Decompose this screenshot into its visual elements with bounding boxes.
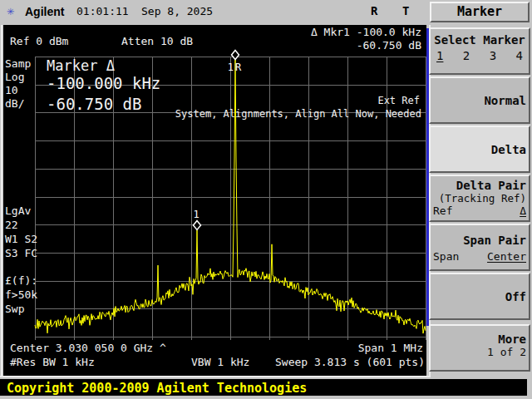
- scale-value-annotation: 10: [5, 84, 18, 96]
- marker-number-2[interactable]: 2: [463, 49, 470, 62]
- rbw-label: #Res BW 1 kHz: [10, 356, 95, 368]
- span-label: Span 1 MHz: [358, 342, 423, 354]
- trace-state-annotation-2: S3 FC: [5, 247, 37, 259]
- marker-readout-ampl: -60.750 dB: [47, 95, 141, 113]
- alignment-status-message: System, Alignments, Align All Now, Neede…: [175, 108, 421, 120]
- softkey-delta-label: Delta: [433, 143, 526, 156]
- span-pair-span-option: Span: [433, 249, 459, 264]
- date-readout: Sep 8, 2025: [141, 5, 213, 17]
- marker-number-row: 1 2 3 4: [433, 49, 526, 62]
- svg-text:1: 1: [193, 209, 200, 220]
- brand-label: Agilent: [25, 5, 64, 18]
- marker-number-4[interactable]: 4: [516, 49, 523, 62]
- softkey-more[interactable]: More 1 of 2: [429, 324, 530, 372]
- marker-readout-title: Marker Δ: [47, 57, 115, 74]
- delta-marker-ampl: -60.750 dB: [357, 39, 421, 52]
- trace-state-annotation-1: W1 S2: [5, 233, 37, 245]
- delta-pair-ref-option: Ref: [433, 204, 452, 218]
- clock-readout: 01:01:11: [76, 5, 129, 17]
- softkey-delta-pair-label: Delta Pair: [433, 179, 526, 192]
- fft-range-annotation: f>50k: [5, 288, 37, 301]
- average-type-annotation: LgAv: [5, 204, 31, 217]
- menu-title: Marker: [430, 2, 530, 22]
- spectrum-analyzer-screen: ✳ Agilent 01:01:11 Sep 8, 2025 R T Marke…: [0, 0, 532, 399]
- talk-indicator: T: [402, 4, 409, 17]
- top-status-bar: ✳ Agilent 01:01:11 Sep 8, 2025 R T: [0, 0, 427, 25]
- sweep-time-label: Sweep 3.813 s (601 pts): [275, 356, 425, 368]
- softkey-off[interactable]: Off: [429, 273, 530, 320]
- softkey-normal-label: Normal: [433, 94, 526, 107]
- delta-marker-freq: Δ Mkr1 -100.0 kHz: [311, 26, 421, 38]
- delta-pair-delta-option: Δ: [520, 204, 526, 218]
- atten-label: Atten 10 dB: [121, 35, 193, 47]
- marker-number-3[interactable]: 3: [490, 49, 496, 62]
- softkey-more-label: More: [433, 332, 526, 346]
- softkey-delta-pair-sublabel: (Tracking Ref): [433, 192, 526, 204]
- softkey-select-marker-label: Select Marker: [433, 33, 526, 47]
- copyright-bar: Copyright 2000-2009 Agilent Technologies: [0, 379, 527, 396]
- ext-ref-indicator: Ext Ref: [377, 95, 420, 106]
- softkey-span-pair[interactable]: Span Pair Span Center: [429, 224, 530, 271]
- crt-display: 11R Ref 0 dBm Atten 10 dB Δ Mkr1 -100.0 …: [3, 25, 426, 376]
- scale-unit-annotation: dB/: [5, 97, 24, 110]
- average-count-annotation: 22: [5, 219, 18, 231]
- softkey-off-label: Off: [433, 290, 526, 303]
- ref-level-label: Ref 0 dBm: [10, 35, 68, 47]
- fft-annotation: £(f):: [5, 274, 37, 287]
- display-bezel-left: [1, 25, 2, 377]
- marker-number-1[interactable]: 1: [436, 49, 443, 62]
- softkey-delta[interactable]: Delta: [429, 126, 530, 173]
- span-pair-center-option: Center: [487, 249, 526, 264]
- softkey-select-marker[interactable]: Select Marker 1 2 3 4: [429, 27, 530, 75]
- softkey-delta-pair[interactable]: Delta Pair (Tracking Ref) Ref Δ: [429, 175, 530, 222]
- vbw-label: VBW 1 kHz: [191, 356, 249, 368]
- detector-annotation: Samp: [5, 57, 31, 70]
- display-bezel-bottom: [0, 376, 429, 377]
- agilent-spark-icon: ✳: [7, 4, 14, 17]
- svg-text:1R: 1R: [228, 62, 243, 73]
- marker-readout-freq: -100.000 kHz: [47, 74, 160, 92]
- scale-type-annotation: Log: [5, 71, 24, 83]
- softkey-span-pair-label: Span Pair: [433, 234, 526, 248]
- softkey-more-page: 1 of 2: [433, 346, 526, 358]
- remote-indicator: R: [371, 4, 377, 17]
- sweep-type-annotation: Swp: [5, 303, 24, 315]
- softkey-normal[interactable]: Normal: [429, 76, 530, 124]
- copyright-text: Copyright 2000-2009 Agilent Technologies: [7, 381, 307, 396]
- center-frequency-label: Center 3.030 050 0 GHz ^: [10, 342, 166, 354]
